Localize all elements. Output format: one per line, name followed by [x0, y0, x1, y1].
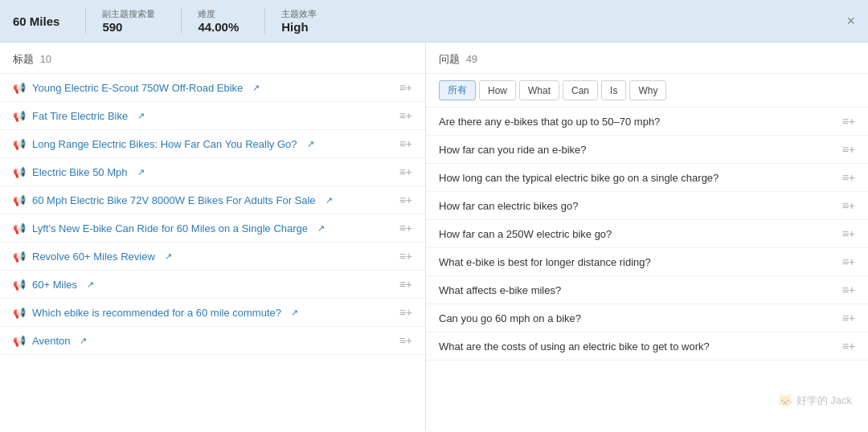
- filter-tab-is[interactable]: Is: [601, 80, 626, 100]
- title-text: Long Range Electric Bikes: How Far Can Y…: [32, 138, 297, 150]
- list-item[interactable]: 📢 Lyft's New E-bike Can Ride for 60 Mile…: [0, 214, 425, 242]
- close-button[interactable]: ×: [846, 14, 855, 28]
- external-link-icon[interactable]: ↗: [291, 308, 298, 318]
- question-item[interactable]: What are the costs of using an electric …: [426, 332, 868, 361]
- list-item[interactable]: 📢 Electric Bike 50 Mph ↗ ≡+: [0, 158, 425, 186]
- filter-tab-所有[interactable]: 所有: [439, 80, 476, 100]
- external-link-icon[interactable]: ↗: [252, 83, 260, 93]
- list-item[interactable]: 📢 Young Electric E-Scout 750W Off-Road E…: [0, 74, 425, 102]
- left-panel: 标题 10 📢 Young Electric E-Scout 750W Off-…: [0, 43, 426, 430]
- list-item-menu-icon[interactable]: ≡+: [399, 334, 412, 347]
- list-item[interactable]: 📢 60 Mph Electric Bike 72V 8000W E Bikes…: [0, 186, 425, 214]
- question-item[interactable]: How far can you ride an e-bike? ≡+: [426, 136, 868, 164]
- filter-tab-how[interactable]: How: [479, 80, 516, 100]
- question-menu-icon[interactable]: ≡+: [842, 312, 855, 324]
- filter-tab-can[interactable]: Can: [563, 80, 598, 100]
- right-panel: 问题 49 所有HowWhatCanIsWhy Are there any e-…: [426, 43, 868, 430]
- megaphone-icon: 📢: [13, 307, 26, 319]
- question-item[interactable]: How far can electric bikes go? ≡+: [426, 192, 868, 220]
- megaphone-icon: 📢: [13, 222, 26, 234]
- title-text: Aventon: [32, 335, 70, 347]
- list-item-left-9: 📢 Aventon ↗: [13, 335, 399, 347]
- list-item-left-1: 📢 Fat Tire Electric Bike ↗: [13, 110, 399, 122]
- question-text: What affects e-bike miles?: [439, 284, 842, 296]
- header-stat-search-volume: 副主题搜索量 590: [85, 8, 155, 34]
- list-item-menu-icon[interactable]: ≡+: [399, 165, 412, 178]
- list-item-menu-icon[interactable]: ≡+: [399, 222, 412, 234]
- question-menu-icon[interactable]: ≡+: [842, 143, 855, 156]
- header: 60 Miles 副主题搜索量 590 难度 44.00% 主题效率 High …: [0, 0, 868, 43]
- list-item-menu-icon[interactable]: ≡+: [399, 194, 412, 206]
- external-link-icon[interactable]: ↗: [137, 167, 145, 177]
- external-link-icon[interactable]: ↗: [87, 279, 94, 290]
- megaphone-icon: 📢: [13, 194, 26, 206]
- list-item-left-5: 📢 Lyft's New E-bike Can Ride for 60 Mile…: [13, 222, 399, 234]
- header-stat-label-efficiency: 主题效率: [281, 8, 317, 20]
- external-link-icon[interactable]: ↗: [80, 336, 87, 346]
- question-text: What are the costs of using an electric …: [439, 340, 842, 353]
- question-text: How far can electric bikes go?: [439, 200, 842, 212]
- external-link-icon[interactable]: ↗: [326, 195, 333, 206]
- question-menu-icon[interactable]: ≡+: [842, 227, 855, 240]
- title-text: Lyft's New E-bike Can Ride for 60 Miles …: [32, 222, 308, 234]
- question-menu-icon[interactable]: ≡+: [842, 115, 855, 128]
- list-item[interactable]: 📢 60+ Miles ↗ ≡+: [0, 271, 425, 299]
- left-panel-header: 标题 10: [0, 43, 425, 74]
- list-item-menu-icon[interactable]: ≡+: [399, 137, 412, 150]
- external-link-icon[interactable]: ↗: [165, 251, 172, 262]
- question-text: What e-bike is best for longer distance …: [439, 256, 842, 268]
- filter-tab-why[interactable]: Why: [629, 80, 666, 100]
- megaphone-icon: 📢: [13, 251, 26, 263]
- title-text: Electric Bike 50 Mph: [32, 166, 128, 178]
- filter-tab-what[interactable]: What: [519, 80, 559, 100]
- header-stat-efficiency: 主题效率 High: [264, 8, 317, 34]
- list-item-menu-icon[interactable]: ≡+: [399, 81, 412, 94]
- question-menu-icon[interactable]: ≡+: [842, 199, 855, 212]
- list-item[interactable]: 📢 Fat Tire Electric Bike ↗ ≡+: [0, 102, 425, 130]
- question-item[interactable]: How far can a 250W electric bike go? ≡+: [426, 220, 868, 248]
- right-panel-count: 49: [466, 53, 477, 65]
- list-item-left-3: 📢 Electric Bike 50 Mph ↗: [13, 166, 399, 178]
- header-stat-value-efficiency: High: [281, 20, 317, 34]
- question-item[interactable]: How long can the typical electric bike g…: [426, 164, 868, 192]
- list-item-menu-icon[interactable]: ≡+: [399, 109, 412, 122]
- megaphone-icon: 📢: [13, 166, 26, 178]
- list-item-left-0: 📢 Young Electric E-Scout 750W Off-Road E…: [13, 82, 399, 94]
- list-item-left-7: 📢 60+ Miles ↗: [13, 279, 399, 291]
- external-link-icon[interactable]: ↗: [307, 139, 314, 149]
- question-item[interactable]: What e-bike is best for longer distance …: [426, 248, 868, 276]
- external-link-icon[interactable]: ↗: [317, 223, 325, 234]
- question-item[interactable]: What affects e-bike miles? ≡+: [426, 276, 868, 304]
- list-item[interactable]: 📢 Which ebike is recommended for a 60 mi…: [0, 299, 425, 327]
- megaphone-icon: 📢: [13, 138, 26, 150]
- list-item-menu-icon[interactable]: ≡+: [399, 250, 412, 263]
- list-item[interactable]: 📢 Aventon ↗ ≡+: [0, 327, 425, 355]
- header-stat-value-search-volume: 590: [102, 20, 155, 34]
- right-panel-header: 问题 49: [426, 43, 868, 74]
- list-item-menu-icon[interactable]: ≡+: [399, 278, 412, 291]
- question-menu-icon[interactable]: ≡+: [842, 255, 855, 268]
- list-item-left-2: 📢 Long Range Electric Bikes: How Far Can…: [13, 138, 399, 150]
- title-text: Which ebike is recommended for a 60 mile…: [32, 307, 281, 319]
- list-item-left-4: 📢 60 Mph Electric Bike 72V 8000W E Bikes…: [13, 194, 399, 206]
- right-panel-title: 问题: [439, 53, 460, 65]
- header-stat-label-difficulty: 难度: [198, 8, 239, 20]
- megaphone-icon: 📢: [13, 335, 26, 347]
- question-menu-icon[interactable]: ≡+: [842, 171, 855, 184]
- list-item[interactable]: 📢 Long Range Electric Bikes: How Far Can…: [0, 130, 425, 158]
- filter-tabs: 所有HowWhatCanIsWhy: [426, 74, 868, 108]
- title-text: Fat Tire Electric Bike: [32, 110, 128, 122]
- external-link-icon[interactable]: ↗: [137, 111, 145, 121]
- left-panel-title: 标题: [13, 53, 34, 65]
- header-stat-difficulty: 难度 44.00%: [181, 8, 239, 34]
- list-item-menu-icon[interactable]: ≡+: [399, 306, 412, 319]
- question-menu-icon[interactable]: ≡+: [842, 340, 855, 353]
- header-stat-label-search-volume: 副主题搜索量: [102, 8, 155, 20]
- question-item[interactable]: Are there any e-bikes that go up to 50–7…: [426, 108, 868, 136]
- question-item[interactable]: Can you go 60 mph on a bike? ≡+: [426, 304, 868, 332]
- list-item-left-6: 📢 Revolve 60+ Miles Review ↗: [13, 251, 399, 263]
- megaphone-icon: 📢: [13, 279, 26, 291]
- question-menu-icon[interactable]: ≡+: [842, 283, 855, 296]
- list-item[interactable]: 📢 Revolve 60+ Miles Review ↗ ≡+: [0, 242, 425, 271]
- question-text: How far can you ride an e-bike?: [439, 144, 842, 156]
